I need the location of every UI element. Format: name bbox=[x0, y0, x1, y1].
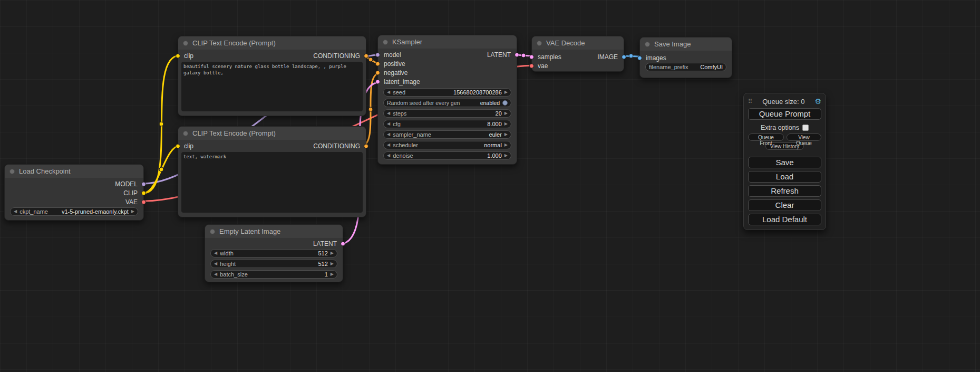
decrement-arrow-icon[interactable]: ◀ bbox=[387, 122, 390, 126]
increment-arrow-icon[interactable]: ▶ bbox=[504, 143, 508, 147]
collapse-dot-icon[interactable] bbox=[183, 131, 188, 136]
increment-arrow-icon[interactable]: ▶ bbox=[331, 262, 334, 266]
node-title-bar[interactable]: CLIP Text Encode (Prompt) bbox=[178, 36, 366, 50]
node-title: CLIP Text Encode (Prompt) bbox=[192, 129, 276, 137]
widget-filename-prefix[interactable]: filename_prefix ComfyUI bbox=[645, 63, 726, 71]
node-save-image[interactable]: Save Image images filename_prefix ComfyU… bbox=[639, 37, 732, 78]
prompt-textarea[interactable]: beautiful scenery nature glass bottle la… bbox=[181, 62, 363, 111]
clip-output-dot[interactable] bbox=[141, 190, 146, 195]
collapse-dot-icon[interactable] bbox=[645, 42, 650, 47]
queue-front-button[interactable]: Queue Front bbox=[748, 133, 784, 141]
increment-arrow-icon[interactable]: ▶ bbox=[331, 251, 334, 255]
node-title-bar[interactable]: CLIP Text Encode (Prompt) bbox=[178, 127, 366, 140]
output-slot-clip: CLIP bbox=[5, 188, 143, 197]
increment-arrow-icon[interactable]: ▶ bbox=[331, 272, 334, 276]
drag-handle-icon[interactable]: ⠿ bbox=[748, 98, 752, 105]
node-ksampler[interactable]: KSampler model LATENT positive negative … bbox=[377, 35, 517, 165]
refresh-button[interactable]: Refresh bbox=[748, 185, 821, 197]
link-midpoint-dot[interactable] bbox=[159, 167, 163, 171]
positive-input-dot[interactable] bbox=[375, 61, 380, 66]
prompt-textarea[interactable]: text, watermark bbox=[181, 152, 363, 213]
extra-options-checkbox[interactable] bbox=[802, 125, 809, 131]
link-midpoint-dot[interactable] bbox=[368, 107, 373, 111]
latent-output-dot[interactable] bbox=[341, 242, 345, 246]
increment-arrow-icon[interactable]: ▶ bbox=[504, 154, 508, 158]
decrement-arrow-icon[interactable]: ◀ bbox=[214, 272, 217, 276]
widget-batch-size[interactable]: ◀ batch_size 1 ▶ bbox=[210, 270, 337, 279]
output-slot-vae: VAE bbox=[5, 197, 143, 206]
widget-cfg[interactable]: ◀ cfg 8.000 ▶ bbox=[383, 120, 511, 128]
widget-ckpt-name[interactable]: ◀ ckpt_name v1-5-pruned-emaonly.ckpt ▶ bbox=[10, 207, 138, 216]
latent-output-dot[interactable] bbox=[515, 52, 519, 57]
collapse-dot-icon[interactable] bbox=[210, 229, 215, 234]
extra-options-label: Extra options bbox=[761, 124, 799, 131]
decrement-arrow-icon[interactable]: ◀ bbox=[387, 111, 390, 116]
clip-input-dot[interactable] bbox=[176, 144, 180, 148]
decrement-arrow-icon[interactable]: ◀ bbox=[387, 132, 390, 137]
conditioning-output-dot[interactable] bbox=[364, 53, 368, 58]
samples-input-dot[interactable] bbox=[529, 54, 534, 59]
link-midpoint-dot[interactable] bbox=[368, 58, 373, 62]
images-input-dot[interactable] bbox=[637, 55, 642, 60]
image-output-dot[interactable] bbox=[622, 54, 626, 59]
load-button[interactable]: Load bbox=[748, 171, 821, 183]
load-default-button[interactable]: Load Default bbox=[748, 214, 821, 225]
increment-arrow-icon[interactable]: ▶ bbox=[504, 132, 508, 137]
view-history-button[interactable]: View History bbox=[765, 142, 804, 150]
increment-arrow-icon[interactable]: ▶ bbox=[504, 90, 508, 94]
toggle-knob-icon[interactable] bbox=[502, 100, 508, 106]
slot-row: clip CONDITIONING bbox=[178, 141, 366, 150]
collapse-dot-icon[interactable] bbox=[383, 40, 388, 45]
decrement-arrow-icon[interactable]: ◀ bbox=[214, 262, 217, 266]
node-title-bar[interactable]: KSampler bbox=[378, 35, 517, 49]
decrement-arrow-icon[interactable]: ◀ bbox=[387, 154, 390, 158]
collapse-dot-icon[interactable] bbox=[183, 41, 188, 46]
conditioning-output-dot[interactable] bbox=[364, 144, 368, 148]
widget-sampler-name[interactable]: ◀ sampler_name euler ▶ bbox=[383, 130, 511, 139]
decrement-arrow-icon[interactable]: ◀ bbox=[387, 90, 390, 94]
widget-random-seed-toggle[interactable]: Random seed after every gen enabled bbox=[383, 99, 511, 107]
input-slot-negative: negative bbox=[378, 68, 517, 77]
widget-steps[interactable]: ◀ steps 20 ▶ bbox=[383, 109, 511, 118]
widget-width[interactable]: ◀ width 512 ▶ bbox=[210, 249, 337, 257]
decrement-arrow-icon[interactable]: ◀ bbox=[14, 209, 17, 214]
collapse-dot-icon[interactable] bbox=[537, 41, 542, 46]
vae-input-dot[interactable] bbox=[529, 63, 534, 68]
negative-input-dot[interactable] bbox=[375, 70, 380, 75]
graph-canvas[interactable]: Load Checkpoint MODEL CLIP VAE ◀ ckpt_na… bbox=[0, 0, 980, 372]
node-title-bar[interactable]: Load Checkpoint bbox=[5, 165, 143, 178]
slot-row: clip CONDITIONING bbox=[178, 51, 366, 60]
node-clip-text-encode-positive[interactable]: CLIP Text Encode (Prompt) clip CONDITION… bbox=[178, 36, 366, 116]
latent-image-input-dot[interactable] bbox=[375, 79, 380, 84]
node-title-bar[interactable]: VAE Decode bbox=[532, 36, 624, 50]
view-queue-button[interactable]: View Queue bbox=[787, 133, 821, 141]
settings-gear-icon[interactable]: ⚙ bbox=[814, 97, 821, 106]
clip-input-dot[interactable] bbox=[176, 53, 180, 58]
widget-denoise[interactable]: ◀ denoise 1.000 ▶ bbox=[383, 151, 511, 160]
save-button[interactable]: Save bbox=[748, 157, 821, 168]
node-title-bar[interactable]: Save Image bbox=[640, 37, 732, 51]
node-clip-text-encode-negative[interactable]: CLIP Text Encode (Prompt) clip CONDITION… bbox=[178, 126, 366, 217]
widget-scheduler[interactable]: ◀ scheduler normal ▶ bbox=[383, 141, 511, 149]
node-title: CLIP Text Encode (Prompt) bbox=[192, 39, 276, 47]
link-midpoint-dot[interactable] bbox=[629, 54, 633, 58]
node-title-bar[interactable]: Empty Latent Image bbox=[205, 225, 343, 238]
node-load-checkpoint[interactable]: Load Checkpoint MODEL CLIP VAE ◀ ckpt_na… bbox=[4, 164, 144, 221]
vae-output-dot[interactable] bbox=[141, 199, 146, 204]
model-output-dot[interactable] bbox=[141, 182, 146, 186]
link-midpoint-dot[interactable] bbox=[159, 122, 163, 126]
collapse-dot-icon[interactable] bbox=[9, 169, 15, 174]
increment-arrow-icon[interactable]: ▶ bbox=[504, 111, 508, 116]
increment-arrow-icon[interactable]: ▶ bbox=[131, 209, 134, 214]
widget-seed[interactable]: ◀ seed 156680208700286 ▶ bbox=[383, 88, 511, 97]
queue-prompt-button[interactable]: Queue Prompt bbox=[748, 108, 821, 120]
link-midpoint-dot[interactable] bbox=[521, 53, 526, 58]
model-input-dot[interactable] bbox=[375, 52, 380, 57]
node-vae-decode[interactable]: VAE Decode samples IMAGE vae bbox=[531, 36, 624, 72]
decrement-arrow-icon[interactable]: ◀ bbox=[214, 251, 217, 255]
decrement-arrow-icon[interactable]: ◀ bbox=[387, 143, 390, 147]
widget-height[interactable]: ◀ height 512 ▶ bbox=[210, 260, 337, 268]
node-empty-latent-image[interactable]: Empty Latent Image LATENT ◀ width 512 ▶ … bbox=[205, 224, 343, 282]
clear-button[interactable]: Clear bbox=[748, 199, 821, 211]
increment-arrow-icon[interactable]: ▶ bbox=[504, 122, 508, 126]
